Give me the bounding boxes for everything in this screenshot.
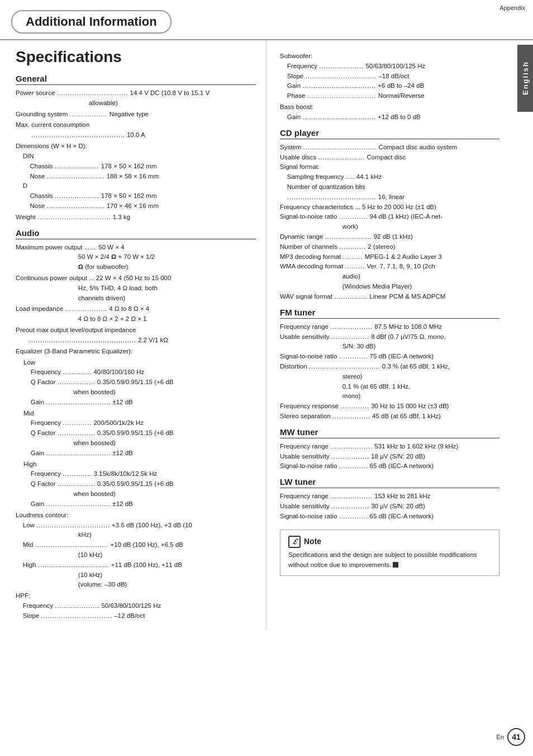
section-cd-player: CD player [280, 128, 499, 139]
spec-weight: Weight .................................… [16, 212, 256, 223]
spec-lw: Frequency range ................... 153 … [280, 492, 499, 521]
section-fm-tuner: FM tuner [280, 308, 499, 319]
section-general: General [16, 74, 256, 85]
note-box: 𝓔 Note Specifications and the design are… [280, 530, 499, 577]
spec-loudness: Loudness contour: Low ..................… [16, 511, 256, 590]
english-tab: English [517, 45, 533, 112]
page-circle: 41 [507, 728, 525, 746]
spec-dimensions: Dimensions (W × H × D): DIN Chassis ....… [16, 141, 256, 211]
section-audio: Audio [16, 228, 256, 239]
section-mw-tuner: MW tuner [280, 427, 499, 438]
section-lw-tuner: LW tuner [280, 477, 499, 488]
spec-cont-power: Continuous power output ... 22 W × 4 (50… [16, 273, 256, 303]
page-en-label: En [497, 734, 504, 740]
spec-grounding: Grounding system ................. Negat… [16, 110, 256, 120]
spec-power-source: Power source ...........................… [16, 88, 256, 108]
spec-eq-high: High Frequency ............. 3.15k/8k/10… [16, 460, 256, 509]
spec-eq-mid: Mid Frequency ............. 200/500/1k/2… [16, 409, 256, 459]
spec-subwoofer: Subwoofer: Frequency ...................… [280, 51, 499, 101]
spec-preout: Preout max output level/output impedance… [16, 325, 256, 346]
spec-max-current: Max. current consumption ...............… [16, 120, 256, 140]
spec-hpf: HPF: Frequency .................... 50/6… [16, 591, 256, 621]
note-title: 𝓔 Note [288, 536, 491, 548]
spec-cd: System .................................… [280, 143, 499, 302]
note-title-text: Note [304, 536, 321, 548]
spec-max-power: Maximum power output ....... 50 W × 4 50… [16, 243, 256, 272]
right-column: Subwoofer: Frequency ...................… [266, 40, 533, 630]
spec-load-impedance: Load impedance ................... 4 Ω t… [16, 304, 256, 324]
note-icon: 𝓔 [288, 536, 301, 548]
spec-equalizer-label: Equalizer (3-Band Parametric Equalizer): [16, 347, 256, 357]
appendix-label: Appendix [444, 0, 533, 13]
appendix-text: Appendix [499, 4, 525, 11]
spec-bass-boost: Bass boost: Gain .......................… [280, 102, 499, 122]
spec-mw: Frequency range ................... 531 … [280, 442, 499, 471]
main-content: Specifications General Power source ....… [0, 40, 533, 653]
page-number-area: En 41 [497, 728, 525, 746]
header-title: Additional Information [11, 10, 172, 34]
page-main-title: Specifications [16, 48, 256, 66]
end-square [393, 562, 398, 568]
spec-fm: Frequency range ................... 87.5… [280, 322, 499, 422]
note-text: Specifications and the design are subjec… [288, 550, 491, 570]
left-column: Specifications General Power source ....… [0, 40, 266, 630]
spec-eq-low: Low Frequency ............. 40/80/100/16… [16, 358, 256, 408]
